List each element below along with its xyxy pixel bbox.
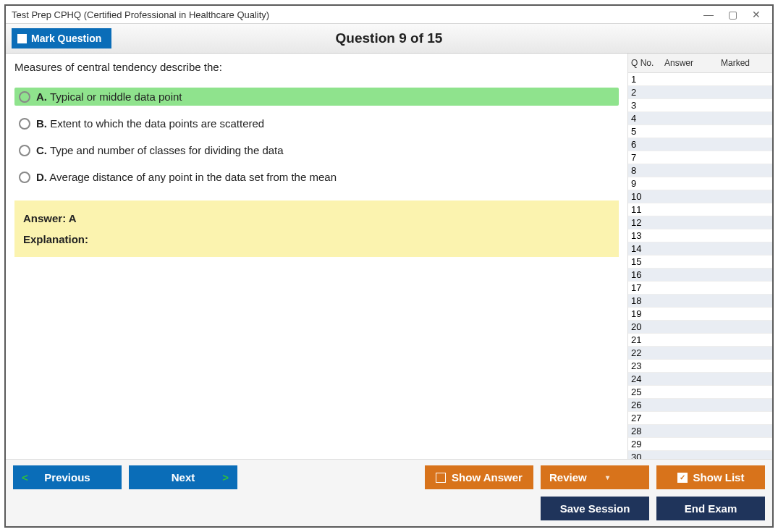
end-exam-button[interactable]: End Exam	[656, 497, 765, 520]
row-answer	[661, 86, 718, 98]
maximize-icon[interactable]: ▢	[728, 9, 737, 20]
question-list-row[interactable]: 18	[628, 295, 772, 308]
question-list-row[interactable]: 29	[628, 438, 772, 451]
question-list-row[interactable]: 4	[628, 112, 772, 125]
main-column: Measures of central tendency describe th…	[6, 54, 627, 459]
row-answer	[661, 399, 718, 411]
option-row-b[interactable]: B. Extent to which the data points are s…	[14, 114, 619, 132]
side-panel-header: Q No. Answer Marked	[628, 54, 772, 73]
question-list-row[interactable]: 22	[628, 347, 772, 360]
save-session-label: Save Session	[560, 502, 630, 515]
question-list-row[interactable]: 25	[628, 386, 772, 399]
question-list-row[interactable]: 28	[628, 425, 772, 438]
row-qno: 13	[628, 229, 661, 242]
row-marked	[718, 229, 772, 242]
row-answer	[661, 73, 718, 85]
question-list-row[interactable]: 17	[628, 282, 772, 295]
question-list-row[interactable]: 24	[628, 373, 772, 386]
question-counter: Question 9 of 15	[336, 30, 443, 46]
save-session-button[interactable]: Save Session	[541, 497, 649, 520]
previous-label: Previous	[44, 471, 90, 484]
row-qno: 24	[628, 373, 661, 385]
show-answer-label: Show Answer	[452, 471, 523, 484]
header-bar: Mark Question Question 9 of 15	[6, 23, 772, 54]
row-marked	[718, 86, 772, 98]
question-list-row[interactable]: 14	[628, 242, 772, 256]
question-list-row[interactable]: 13	[628, 229, 772, 242]
close-icon[interactable]: ✕	[752, 9, 761, 20]
question-list-row[interactable]: 1	[628, 73, 772, 86]
end-exam-label: End Exam	[685, 502, 737, 515]
checkbox-icon	[17, 34, 27, 43]
question-list-row[interactable]: 27	[628, 412, 772, 425]
question-list-row[interactable]: 2	[628, 86, 772, 99]
question-list-row[interactable]: 26	[628, 399, 772, 412]
mark-question-label: Mark Question	[31, 33, 101, 44]
question-list-row[interactable]: 12	[628, 216, 772, 229]
question-list-row[interactable]: 15	[628, 256, 772, 269]
review-dropdown[interactable]: Review ▾	[541, 465, 649, 489]
option-row-c[interactable]: C. Type and number of classes for dividi…	[14, 141, 619, 159]
row-marked	[718, 451, 772, 459]
next-button[interactable]: Next >	[129, 465, 237, 489]
show-answer-button[interactable]: Show Answer	[425, 465, 533, 489]
show-list-label: Show List	[693, 471, 745, 484]
mark-question-button[interactable]: Mark Question	[12, 28, 111, 48]
row-qno: 15	[628, 256, 661, 268]
row-answer	[661, 190, 718, 203]
row-marked	[718, 360, 772, 372]
option-row-a[interactable]: A. Typical or middle data point	[14, 88, 619, 106]
option-letter: A.	[36, 90, 47, 103]
row-answer	[661, 295, 718, 307]
row-qno: 1	[628, 73, 661, 85]
row-qno: 21	[628, 334, 661, 346]
side-rows[interactable]: 1234567891011121314151617181920212223242…	[628, 73, 772, 459]
question-list-row[interactable]: 11	[628, 203, 772, 216]
row-marked	[718, 256, 772, 268]
show-list-button[interactable]: ✓ Show List	[656, 465, 765, 489]
question-list-row[interactable]: 30	[628, 451, 772, 459]
question-list-row[interactable]: 8	[628, 164, 772, 177]
row-answer	[661, 425, 718, 437]
question-list-row[interactable]: 21	[628, 334, 772, 347]
row-marked	[718, 190, 772, 203]
window-title: Test Prep CPHQ (Certified Professional i…	[12, 9, 269, 20]
minimize-icon[interactable]: —	[703, 9, 714, 20]
radio-icon	[19, 145, 30, 156]
checkbox-icon	[436, 473, 446, 483]
row-qno: 10	[628, 190, 661, 203]
question-list-row[interactable]: 20	[628, 321, 772, 334]
row-qno: 27	[628, 412, 661, 424]
question-list-row[interactable]: 23	[628, 360, 772, 373]
row-marked	[718, 412, 772, 424]
row-qno: 9	[628, 177, 661, 190]
question-list-row[interactable]: 3	[628, 99, 772, 112]
row-qno: 2	[628, 86, 661, 98]
row-answer	[661, 373, 718, 385]
row-qno: 26	[628, 399, 661, 411]
chevron-down-icon: ▾	[606, 473, 609, 481]
question-list-row[interactable]: 16	[628, 269, 772, 282]
row-qno: 4	[628, 112, 661, 124]
next-label: Next	[172, 471, 195, 484]
row-answer	[661, 386, 718, 398]
header-answer: Answer	[661, 56, 718, 69]
option-text: Typical or middle data point	[47, 90, 182, 103]
row-answer	[661, 269, 718, 281]
row-answer	[661, 308, 718, 320]
row-qno: 18	[628, 295, 661, 307]
footer-row-1: < Previous Next > Show Answer Review ▾ ✓…	[13, 465, 765, 489]
question-list-row[interactable]: 9	[628, 177, 772, 190]
row-marked	[718, 125, 772, 138]
question-list-row[interactable]: 19	[628, 308, 772, 321]
question-list-row[interactable]: 5	[628, 125, 772, 138]
row-answer	[661, 256, 718, 268]
radio-icon	[19, 118, 30, 130]
answer-box: Answer: A Explanation:	[14, 200, 619, 257]
previous-button[interactable]: < Previous	[13, 465, 122, 489]
question-list-row[interactable]: 10	[628, 190, 772, 203]
question-list-row[interactable]: 6	[628, 138, 772, 151]
row-marked	[718, 386, 772, 398]
question-list-row[interactable]: 7	[628, 151, 772, 164]
option-row-d[interactable]: D. Average distance of any point in the …	[14, 168, 619, 186]
